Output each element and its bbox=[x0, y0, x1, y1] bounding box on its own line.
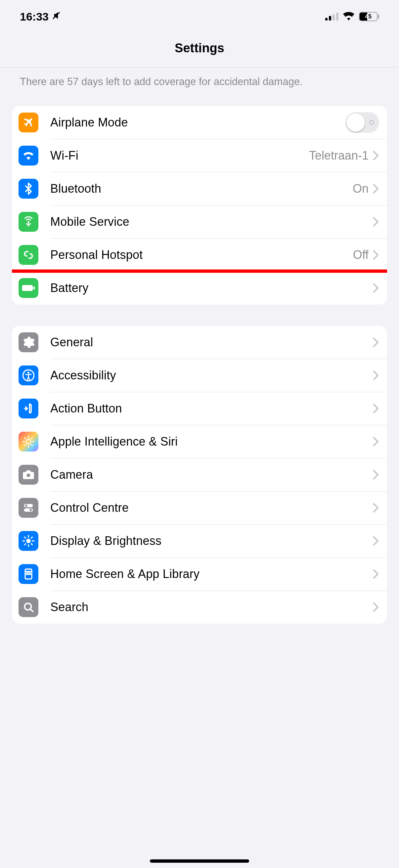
home-indicator[interactable] bbox=[150, 859, 249, 863]
row-search[interactable]: Search bbox=[12, 591, 387, 624]
wifi-icon bbox=[19, 146, 38, 165]
wifi-status-icon bbox=[343, 10, 354, 23]
svg-point-5 bbox=[28, 221, 29, 222]
page-title: Settings bbox=[0, 33, 399, 67]
row-label: Airplane Mode bbox=[50, 116, 345, 129]
row-mobile-service[interactable]: Mobile Service bbox=[12, 205, 387, 238]
camera-icon bbox=[19, 465, 38, 485]
status-time: 16:33 bbox=[20, 10, 48, 23]
row-home-screen[interactable]: Home Screen & App Library bbox=[12, 557, 387, 591]
row-label: Search bbox=[50, 600, 372, 614]
svg-point-15 bbox=[29, 509, 32, 511]
row-personal-hotspot[interactable]: Personal Hotspot Off bbox=[12, 238, 387, 272]
battery-status-icon: 45 bbox=[359, 12, 379, 21]
settings-group-connectivity: Airplane Mode Wi-Fi Teletraan-1 Bluetoot… bbox=[12, 106, 387, 305]
row-label: Control Centre bbox=[50, 501, 372, 515]
battery-icon bbox=[19, 278, 38, 298]
svg-point-23 bbox=[30, 574, 31, 575]
row-label: Action Button bbox=[50, 402, 372, 415]
chevron-right-icon bbox=[372, 470, 379, 480]
row-airplane-mode[interactable]: Airplane Mode bbox=[12, 106, 387, 139]
svg-point-16 bbox=[26, 538, 30, 543]
row-apple-intelligence[interactable]: Apple Intelligence & Siri bbox=[12, 425, 387, 458]
ai-icon bbox=[19, 432, 38, 452]
chevron-right-icon bbox=[372, 569, 379, 579]
row-label: General bbox=[50, 335, 372, 349]
row-wifi[interactable]: Wi-Fi Teletraan-1 bbox=[12, 139, 387, 172]
airplane-toggle[interactable] bbox=[345, 112, 379, 133]
svg-line-0 bbox=[53, 12, 60, 19]
chevron-right-icon bbox=[372, 217, 379, 227]
row-display-brightness[interactable]: Display & Brightness bbox=[12, 524, 387, 557]
svg-point-9 bbox=[28, 372, 29, 374]
accessibility-icon bbox=[19, 366, 38, 385]
row-action-button[interactable]: Action Button bbox=[12, 392, 387, 425]
airplane-icon bbox=[19, 113, 38, 132]
chevron-right-icon bbox=[372, 184, 379, 194]
chevron-right-icon bbox=[372, 437, 379, 446]
chevron-right-icon bbox=[372, 602, 379, 612]
svg-point-20 bbox=[30, 571, 31, 572]
gear-icon bbox=[19, 332, 38, 352]
row-label: Apple Intelligence & Siri bbox=[50, 435, 372, 448]
coverage-footer: There are 57 days left to add coverage f… bbox=[12, 67, 387, 106]
row-camera[interactable]: Camera bbox=[12, 458, 387, 491]
svg-rect-4 bbox=[336, 12, 338, 21]
row-battery[interactable]: Battery bbox=[12, 272, 387, 305]
chevron-right-icon bbox=[372, 151, 379, 160]
row-label: Wi-Fi bbox=[50, 149, 309, 162]
row-label: Personal Hotspot bbox=[50, 248, 353, 262]
svg-rect-3 bbox=[333, 14, 335, 21]
row-label: Accessibility bbox=[50, 368, 372, 382]
svg-point-11 bbox=[27, 473, 30, 477]
row-label: Display & Brightness bbox=[50, 534, 372, 548]
antenna-icon bbox=[19, 212, 38, 232]
chevron-right-icon bbox=[372, 250, 379, 260]
svg-point-22 bbox=[28, 574, 29, 575]
chevron-right-icon bbox=[372, 503, 379, 513]
svg-point-18 bbox=[27, 571, 28, 572]
svg-rect-7 bbox=[33, 286, 35, 289]
chevron-right-icon bbox=[372, 536, 379, 546]
row-label: Home Screen & App Library bbox=[50, 567, 372, 581]
row-accessibility[interactable]: Accessibility bbox=[12, 359, 387, 392]
row-value: Teletraan-1 bbox=[309, 149, 369, 162]
status-bar: 16:33 45 bbox=[0, 0, 399, 33]
settings-group-system: General Accessibility Action Button Appl… bbox=[12, 326, 387, 624]
cellular-signal-icon bbox=[325, 10, 338, 23]
search-icon bbox=[19, 597, 38, 617]
svg-rect-2 bbox=[329, 16, 331, 21]
chevron-right-icon bbox=[372, 404, 379, 413]
chevron-right-icon bbox=[372, 337, 379, 347]
chevron-right-icon bbox=[372, 370, 379, 380]
row-label: Bluetooth bbox=[50, 182, 353, 196]
action-button-icon bbox=[19, 399, 38, 418]
brightness-icon bbox=[19, 531, 38, 551]
row-bluetooth[interactable]: Bluetooth On bbox=[12, 172, 387, 205]
row-label: Camera bbox=[50, 468, 372, 482]
row-general[interactable]: General bbox=[12, 326, 387, 359]
home-screen-icon bbox=[19, 564, 38, 584]
svg-point-21 bbox=[27, 574, 28, 575]
row-control-centre[interactable]: Control Centre bbox=[12, 491, 387, 524]
bluetooth-icon bbox=[19, 179, 38, 198]
row-label: Battery bbox=[50, 281, 372, 295]
row-value: Off bbox=[353, 248, 369, 262]
chevron-right-icon bbox=[372, 283, 379, 293]
silent-icon bbox=[51, 10, 61, 23]
svg-point-14 bbox=[25, 504, 28, 507]
row-value: On bbox=[353, 182, 369, 196]
control-centre-icon bbox=[19, 498, 38, 518]
row-label: Mobile Service bbox=[50, 215, 372, 229]
svg-point-19 bbox=[28, 571, 29, 572]
svg-rect-1 bbox=[325, 18, 328, 21]
svg-point-10 bbox=[26, 439, 30, 443]
hotspot-icon bbox=[19, 245, 38, 265]
svg-rect-6 bbox=[22, 285, 33, 291]
